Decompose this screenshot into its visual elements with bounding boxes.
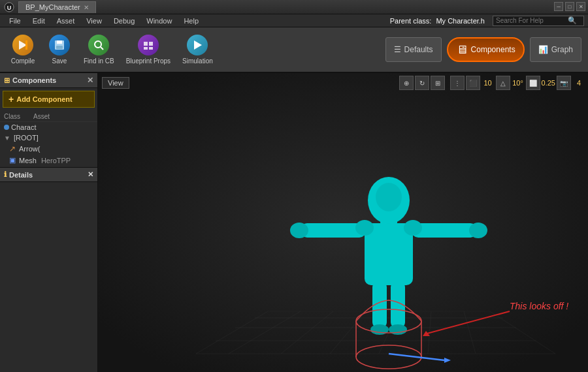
menu-help[interactable]: Help <box>178 16 204 26</box>
components-label: Components <box>471 45 515 54</box>
scene-svg: This looks off ! <box>98 73 588 372</box>
defaults-mode-button[interactable]: ☰ Defaults <box>385 37 442 62</box>
search-input[interactable] <box>496 17 568 24</box>
add-icon: + <box>8 94 14 104</box>
class-column-header: Class <box>4 113 20 120</box>
menu-view[interactable]: View <box>81 16 107 26</box>
blueprint-props-icon <box>138 35 159 55</box>
tab-close-button[interactable]: ✕ <box>84 4 89 11</box>
compile-button[interactable]: Compile <box>7 30 39 69</box>
menu-window[interactable]: Window <box>141 16 177 26</box>
graph-icon: 📊 <box>538 45 548 54</box>
vp-btn-grid[interactable]: ⋮ <box>450 76 465 90</box>
svg-line-7 <box>101 47 103 50</box>
vp-angle-value: 10° <box>512 79 525 87</box>
svg-point-35 <box>469 223 487 238</box>
simulation-button[interactable]: Simulation <box>178 30 217 69</box>
tab-label: BP_MyCharacter <box>25 3 80 11</box>
find-in-cb-button[interactable]: Find in CB <box>80 30 118 69</box>
vp-btn-angle[interactable]: △ <box>496 76 510 90</box>
vp-btn-camera[interactable]: 📷 <box>557 76 571 90</box>
details-panel: ℹ Details ✕ <box>0 167 97 372</box>
character-label: Charact <box>11 123 37 131</box>
menu-file[interactable]: File <box>4 16 26 26</box>
vp-btn-scale[interactable]: ⊞ <box>431 76 445 90</box>
defaults-label: Defaults <box>404 45 433 54</box>
vp-btn-separator <box>446 76 449 90</box>
tree-item-root[interactable]: ▼ [ROOT] <box>0 132 97 143</box>
minimize-button[interactable]: ─ <box>554 2 563 11</box>
document-tab[interactable]: BP_MyCharacter ✕ <box>18 1 96 13</box>
svg-rect-5 <box>56 46 63 49</box>
window-controls: ─ □ ✕ <box>554 2 585 11</box>
mesh-label: Mesh <box>19 157 37 164</box>
maximize-button[interactable]: □ <box>565 2 574 11</box>
svg-rect-10 <box>144 47 148 50</box>
vp-btn-rotate[interactable]: ↻ <box>415 76 429 90</box>
save-icon <box>49 35 70 55</box>
vp-btn-scale2[interactable]: ⬜ <box>526 76 540 90</box>
component-tree: Class Asset Charact ▼ [ROOT] ↗ Arrow( ▣ … <box>0 110 97 167</box>
title-bar: U BP_MyCharacter ✕ ─ □ ✕ <box>0 0 588 14</box>
tree-item-character[interactable]: Charact <box>0 122 97 132</box>
components-panel-close[interactable]: ✕ <box>87 76 93 85</box>
vp-btn-snap[interactable]: ⬛ <box>466 76 480 90</box>
ue-logo: U <box>4 2 14 12</box>
vp-btn-move[interactable]: ⊕ <box>399 76 414 90</box>
close-window-button[interactable]: ✕ <box>576 2 585 11</box>
parent-class-label: Parent class: My Character.h <box>390 17 485 25</box>
simulation-label: Simulation <box>182 57 213 65</box>
arrow-label: Arrow( <box>19 145 40 153</box>
tree-item-arrow[interactable]: ↗ Arrow( <box>0 143 97 155</box>
left-panel: ⊞ Components ✕ + Add Component Class Ass… <box>0 73 98 372</box>
components-icon: 🖥 <box>456 43 468 57</box>
svg-marker-12 <box>194 40 202 50</box>
svg-rect-4 <box>57 40 62 44</box>
svg-point-34 <box>290 223 308 238</box>
blueprint-props-button[interactable]: Blueprint Props <box>122 30 174 69</box>
character-dot-icon <box>4 125 9 130</box>
vp-scale-value: 0.25 <box>542 79 555 87</box>
viewport-label: View <box>102 77 129 89</box>
add-component-button[interactable]: + Add Component <box>3 91 95 108</box>
viewport-toolbar: ⊕ ↻ ⊞ ⋮ ⬛ 10 △ 10° ⬜ 0.25 📷 4 <box>399 76 585 90</box>
graph-mode-button[interactable]: 📊 Graph <box>530 37 581 62</box>
graph-label: Graph <box>551 45 573 54</box>
compile-icon <box>12 35 33 55</box>
arrow-component-icon: ↗ <box>9 144 16 153</box>
toolbar: Compile Save Find in CB Blueprint Props … <box>0 27 588 73</box>
tree-item-mesh[interactable]: ▣ Mesh HeroTPP <box>0 155 97 166</box>
svg-point-39 <box>355 220 374 236</box>
svg-rect-8 <box>144 42 148 46</box>
details-panel-close[interactable]: ✕ <box>88 170 93 179</box>
tree-column-headers: Class Asset <box>0 112 97 122</box>
details-panel-icon: ℹ <box>4 170 7 179</box>
components-panel-header: ⊞ Components ✕ <box>0 73 97 88</box>
details-panel-header: ℹ Details ✕ <box>0 168 97 182</box>
components-mode-button[interactable]: 🖥 Components <box>447 37 525 62</box>
root-label: [ROOT] <box>14 134 39 142</box>
svg-point-6 <box>95 41 101 48</box>
svg-rect-9 <box>149 42 153 46</box>
add-component-label: Add Component <box>16 95 73 103</box>
viewport[interactable]: View ⊕ ↻ ⊞ ⋮ ⬛ 10 △ 10° ⬜ 0.25 📷 4 <box>98 73 588 372</box>
vp-camera-value: 4 <box>572 79 585 87</box>
svg-point-38 <box>376 183 402 211</box>
components-panel-icon: ⊞ <box>4 76 10 85</box>
menu-asset[interactable]: Asset <box>52 16 80 26</box>
asset-column-header: Asset <box>33 113 50 120</box>
find-in-cb-label: Find in CB <box>84 57 114 65</box>
components-panel-title: Components <box>12 76 56 84</box>
vp-grid-size: 10 <box>482 79 495 87</box>
menu-edit[interactable]: Edit <box>27 16 50 26</box>
save-label: Save <box>52 57 67 65</box>
defaults-icon: ☰ <box>394 45 401 54</box>
find-in-cb-icon <box>88 35 109 55</box>
mesh-icon: ▣ <box>9 156 16 164</box>
search-box[interactable]: 🔍 <box>493 16 584 26</box>
save-button[interactable]: Save <box>43 30 76 69</box>
compile-label: Compile <box>11 57 35 65</box>
main-area: ⊞ Components ✕ + Add Component Class Ass… <box>0 73 588 372</box>
menu-debug[interactable]: Debug <box>108 16 140 26</box>
mesh-asset-label: HeroTPP <box>41 157 71 164</box>
